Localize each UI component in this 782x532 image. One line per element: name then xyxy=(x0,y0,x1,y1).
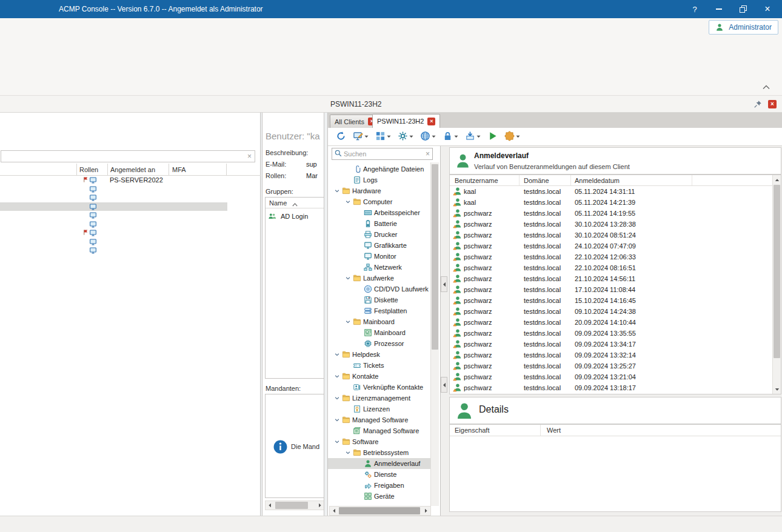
client-window-close-button[interactable]: × xyxy=(768,100,777,108)
tree-item-freigaben[interactable]: Freigaben xyxy=(328,480,430,491)
tab-close-icon[interactable]: × xyxy=(427,118,435,125)
tree-item-netzwerk[interactable]: Netzwerk xyxy=(328,262,430,273)
client-row[interactable] xyxy=(0,185,261,194)
client-command-button[interactable] xyxy=(351,129,370,144)
splitter-collapse-button[interactable] xyxy=(441,377,447,393)
tree-item-monitor[interactable]: Monitor xyxy=(328,251,430,262)
security-lock-button[interactable] xyxy=(441,129,460,144)
pin-icon[interactable] xyxy=(753,99,763,109)
tree-vscrollbar[interactable] xyxy=(430,162,439,506)
tree-item-kontakte[interactable]: Kontakte xyxy=(328,371,430,382)
login-row[interactable]: pschwarztestdns.local24.10.2024 07:47:09 xyxy=(450,241,772,251)
tree-item-managed-software[interactable]: Managed Software xyxy=(328,425,430,436)
tree-hscrollbar[interactable] xyxy=(329,506,431,516)
expander-chevron-down-icon[interactable] xyxy=(332,186,342,196)
tree-item-computer[interactable]: Computer xyxy=(328,196,430,207)
expander-chevron-down-icon[interactable] xyxy=(332,350,342,359)
settings-gear-button[interactable] xyxy=(396,129,415,144)
login-row[interactable]: pschwarztestdns.local17.10.2024 11:08:44 xyxy=(450,284,772,295)
login-row[interactable]: pschwarztestdns.local30.10.2024 13:28:38 xyxy=(450,219,772,230)
expander-chevron-down-icon[interactable] xyxy=(343,273,353,283)
login-row[interactable]: pschwarztestdns.local09.09.2024 13:25:27 xyxy=(450,361,772,371)
minimize-button[interactable] xyxy=(707,0,731,18)
remote-globe-button[interactable] xyxy=(418,129,438,144)
login-row[interactable]: pschwarztestdns.local21.10.2024 14:56:11 xyxy=(450,273,772,284)
expander-chevron-down-icon[interactable] xyxy=(332,437,342,447)
search-input[interactable] xyxy=(344,150,424,158)
client-filter-input[interactable]: × xyxy=(1,150,255,162)
restore-button[interactable] xyxy=(731,0,755,18)
column-domaene[interactable]: Domäne xyxy=(520,175,571,185)
column-rollen[interactable]: Rollen xyxy=(79,166,98,173)
login-row[interactable]: pschwarztestdns.local09.09.2024 13:21:04 xyxy=(450,371,772,382)
column-wert[interactable]: Wert xyxy=(541,427,561,434)
view-tiles-button[interactable] xyxy=(373,129,393,144)
login-row[interactable]: pschwarztestdns.local22.10.2024 12:06:33 xyxy=(450,251,772,262)
login-row[interactable]: pschwarztestdns.local05.11.2024 14:19:55 xyxy=(450,208,772,219)
tree-item-lizenzmanagement[interactable]: Lizenzmanagement xyxy=(328,393,430,404)
group-item-ad-login[interactable]: AD Login xyxy=(266,211,324,222)
close-button[interactable]: × xyxy=(755,0,780,18)
tree-item-prozessor[interactable]: Prozessor xyxy=(328,338,430,349)
tree-item-drucker[interactable]: Drucker xyxy=(328,229,430,240)
login-row[interactable]: pschwarztestdns.local22.10.2024 08:16:51 xyxy=(450,262,772,273)
user-panel-hscrollbar[interactable] xyxy=(265,500,324,510)
tree-item-managed-software[interactable]: Managed Software xyxy=(328,414,430,425)
expander-chevron-down-icon[interactable] xyxy=(343,448,353,457)
help-button[interactable]: ? xyxy=(683,0,707,18)
tree-item-geraete[interactable]: Geräte xyxy=(328,491,430,502)
tab-pswin11-23h2[interactable]: PSWIN11-23H2 × xyxy=(372,114,440,128)
tree-item-lizenzen[interactable]: Lizenzen xyxy=(328,404,430,414)
tree-item-dienste[interactable]: Dienste xyxy=(328,469,430,480)
tree-item-helpdesk[interactable]: Helpdesk xyxy=(328,349,430,360)
tree-item-arbeitsspeicher[interactable]: Arbeitsspeicher xyxy=(328,207,430,218)
tree-item-diskette[interactable]: Diskette xyxy=(328,294,430,305)
tree-item-angehaengte-dateien[interactable]: Angehängte Dateien xyxy=(328,164,430,175)
tree-item-grafikkarte[interactable]: Grafikkarte xyxy=(328,240,430,251)
tree-item-logs[interactable]: Logs xyxy=(328,175,430,185)
client-row[interactable] xyxy=(0,228,261,238)
tree-item-festplatten[interactable]: Festplatten xyxy=(328,305,430,316)
tree-item-mainboard[interactable]: Mainboard xyxy=(328,316,430,327)
clear-filter-icon[interactable]: × xyxy=(247,152,252,161)
client-row[interactable] xyxy=(0,220,261,229)
login-row[interactable]: pschwarztestdns.local09.09.2024 13:34:17 xyxy=(450,339,772,350)
scroll-right-icon[interactable] xyxy=(316,501,324,510)
column-eigenschaft[interactable]: Eigenschaft xyxy=(450,425,541,436)
expander-chevron-down-icon[interactable] xyxy=(332,371,342,381)
login-row[interactable]: pschwarztestdns.local09.09.2024 13:35:55 xyxy=(450,328,772,339)
column-mfa[interactable]: MFA xyxy=(172,166,186,173)
login-row[interactable]: kaaltestdns.local05.11.2024 14:31:11 xyxy=(450,186,772,197)
login-row[interactable]: pschwarztestdns.local30.10.2024 08:51:24 xyxy=(450,230,772,241)
tree-item-hardware[interactable]: Hardware xyxy=(328,185,430,196)
client-row[interactable] xyxy=(0,246,261,255)
groups-column-header[interactable]: Name xyxy=(266,198,324,208)
login-row[interactable]: pschwarztestdns.local09.09.2024 13:32:14 xyxy=(450,350,772,361)
scroll-up-icon[interactable] xyxy=(773,176,781,184)
tree-item-mainboard[interactable]: Mainboard xyxy=(328,327,430,338)
client-row[interactable] xyxy=(0,193,261,202)
scroll-left-icon[interactable] xyxy=(330,507,338,515)
expander-chevron-down-icon[interactable] xyxy=(343,197,353,207)
column-anmeldedatum[interactable]: Anmeldedatum xyxy=(571,175,692,185)
expander-chevron-down-icon[interactable] xyxy=(332,415,342,425)
login-row[interactable]: kaaltestdns.local05.11.2024 14:21:39 xyxy=(450,197,772,208)
tree-item-tickets[interactable]: Tickets xyxy=(328,360,430,371)
tree-item-batterie[interactable]: Batterie xyxy=(328,218,430,229)
column-angemeldet-an[interactable]: Angemeldet an xyxy=(110,166,155,173)
tree-item-laufwerke[interactable]: Laufwerke xyxy=(328,273,430,284)
login-table-vscrollbar[interactable] xyxy=(772,175,781,394)
clear-search-icon[interactable]: × xyxy=(426,150,430,158)
deploy-button[interactable] xyxy=(463,129,483,144)
scroll-right-icon[interactable] xyxy=(422,507,430,515)
tree-item-anmeldeverlauf[interactable]: Anmeldeverlauf xyxy=(328,458,430,469)
client-row[interactable] xyxy=(0,202,227,211)
login-row[interactable]: pschwarztestdns.local09.09.2024 13:18:17 xyxy=(450,382,772,393)
expander-chevron-down-icon[interactable] xyxy=(343,317,353,327)
administrator-button[interactable]: Administrator xyxy=(709,20,778,35)
refresh-button[interactable] xyxy=(334,129,348,144)
tree-item-software[interactable]: Software xyxy=(328,436,430,447)
run-button[interactable] xyxy=(486,129,500,144)
login-row[interactable]: pschwarztestdns.local09.10.2024 14:24:38 xyxy=(450,306,772,317)
client-row[interactable] xyxy=(0,211,261,220)
